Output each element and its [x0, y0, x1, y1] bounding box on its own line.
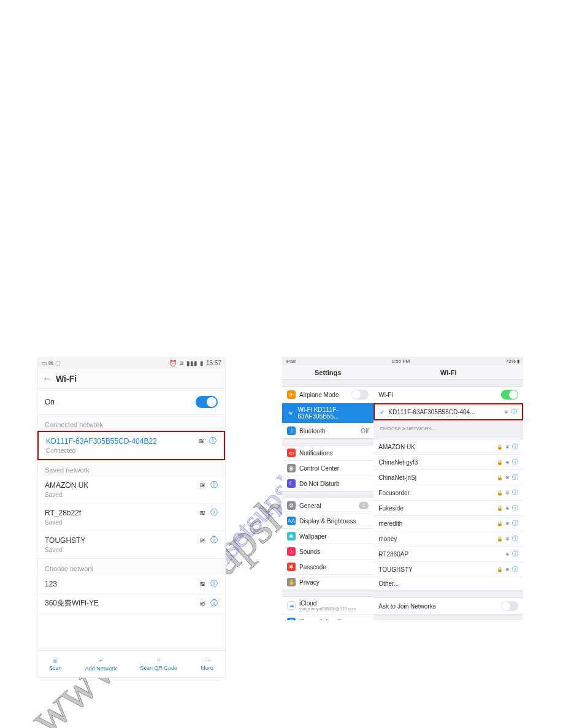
- checkmark-icon: ✓: [380, 409, 385, 415]
- wifi-toggle-row[interactable]: On: [37, 389, 225, 415]
- sidebar-item[interactable]: ✱Passcode: [282, 559, 373, 575]
- network-row[interactable]: ChinaNet-gyf3🔒≋ⓘ: [373, 455, 523, 470]
- scan-qr-button[interactable]: ⌗ Scan QR Code: [140, 657, 178, 671]
- wifi-signal-icon: ≋: [505, 460, 510, 465]
- wifi-signal-icon: ≋: [505, 506, 510, 511]
- sidebar-item[interactable]: ▭Notifications: [282, 446, 373, 461]
- ssid: TOUGHSTY: [378, 566, 412, 573]
- sidebar-item[interactable]: ❀Wallpaper: [282, 529, 373, 544]
- connected-network-row[interactable]: ✓ KD111F-63AF305B55CD-404... ≋ ⓘ: [373, 403, 523, 420]
- wifi-icon: ≋: [179, 360, 184, 366]
- sidebar-item[interactable]: ≋Wi-Fi KD111F-63AF305B55...: [282, 403, 373, 423]
- item-label: Airplane Mode: [299, 392, 339, 398]
- item-label: Bluetooth: [299, 428, 325, 434]
- lock-icon: 🔒: [497, 536, 503, 542]
- setting-icon: ☁: [287, 601, 296, 610]
- info-icon[interactable]: ⓘ: [209, 436, 216, 446]
- more-icon: ⋯: [204, 658, 210, 664]
- sidebar-item[interactable]: ☁iCloudyangxianyu888888@126.com: [282, 597, 373, 615]
- sidebar-item[interactable]: ᛒBluetoothOff: [282, 423, 373, 438]
- network-row[interactable]: 360免费WiFi-YE≋ⓘ: [37, 594, 225, 614]
- item-label: Sounds: [299, 548, 320, 555]
- setting-icon: AA: [287, 517, 296, 525]
- network-row[interactable]: Fukeside🔒≋ⓘ: [373, 501, 523, 516]
- info-icon[interactable]: ⓘ: [512, 550, 518, 558]
- info-icon[interactable]: ⓘ: [210, 598, 218, 609]
- info-icon[interactable]: ⓘ: [512, 519, 518, 528]
- network-row[interactable]: AMAZON UK≋ⓘSaved: [37, 476, 225, 504]
- info-icon[interactable]: ⓘ: [512, 473, 518, 482]
- setting-icon: ☾: [287, 479, 296, 488]
- info-icon[interactable]: ⓘ: [512, 488, 518, 497]
- info-icon[interactable]: ⓘ: [512, 442, 518, 451]
- more-button[interactable]: ⋯ More: [201, 658, 213, 671]
- ssid: AMAZON UK: [45, 481, 88, 490]
- item-label: Control Center: [299, 465, 339, 472]
- item-label: General: [299, 502, 321, 509]
- network-row[interactable]: meredith🔒≋ⓘ: [373, 516, 523, 531]
- qr-label: Scan QR Code: [140, 665, 178, 671]
- network-row[interactable]: TOUGHSTY🔒≋ⓘ: [373, 562, 523, 577]
- phone-header: ← Wi-Fi: [37, 368, 225, 389]
- sidebar-item[interactable]: AADisplay & Brightness: [282, 514, 373, 529]
- sidebar-item[interactable]: ✈Airplane Mode: [282, 387, 373, 403]
- ssid: Fukeside: [378, 505, 404, 512]
- info-icon[interactable]: ⓘ: [511, 408, 517, 416]
- connected-network-row[interactable]: KD111F-63AF305B55CD-404B22 ≋ ⓘ Connected: [37, 431, 225, 460]
- scan-button[interactable]: ◎ Scan: [49, 658, 62, 671]
- info-icon[interactable]: ⓘ: [512, 504, 518, 512]
- toggle-switch-off[interactable]: [501, 601, 518, 611]
- item-sublabel: yangxianyu888888@126.com: [299, 607, 356, 611]
- info-icon[interactable]: ⓘ: [210, 480, 218, 490]
- sidebar-item[interactable]: ♪Sounds: [282, 544, 373, 559]
- wifi-signal-icon: ≋: [199, 481, 205, 490]
- toggle-switch[interactable]: [196, 396, 218, 408]
- network-row[interactable]: Focusorder🔒≋ⓘ: [373, 485, 523, 501]
- signal-icon: ▮▮▮: [186, 360, 197, 366]
- add-network-button[interactable]: ＋ Add Network: [85, 656, 117, 672]
- toggle-switch-on[interactable]: [501, 390, 518, 400]
- network-row[interactable]: ChinaNet-jnSj🔒≋ⓘ: [373, 470, 523, 485]
- info-icon[interactable]: ⓘ: [210, 535, 218, 545]
- sidebar-item[interactable]: ⚙General1: [282, 498, 373, 514]
- item-label: Wi-Fi KD111F-63AF305B55...: [298, 406, 366, 420]
- info-icon[interactable]: ⓘ: [210, 578, 218, 589]
- network-row[interactable]: RT2860AP≋ⓘ: [373, 547, 523, 562]
- info-icon[interactable]: ⓘ: [210, 507, 218, 518]
- sidebar-item[interactable]: ✋Privacy: [282, 575, 373, 590]
- wifi-signal-icon: ≋: [199, 509, 205, 517]
- wifi-detail-pane: Wi-Fi Wi-Fi ✓ KD111F-63AF305B55CD-404...…: [373, 365, 523, 620]
- setting-icon: ᛒ: [287, 427, 296, 435]
- network-row[interactable]: TOUGHSTY≋ⓘSaved: [37, 531, 225, 559]
- ask-to-join-row[interactable]: Ask to Join Networks: [373, 598, 523, 615]
- network-row[interactable]: 123≋ⓘ: [37, 575, 225, 594]
- ssid: ChinaNet-jnSj: [378, 474, 416, 481]
- info-icon[interactable]: ⓘ: [512, 565, 518, 574]
- info-icon[interactable]: ⓘ: [512, 458, 518, 466]
- sidebar-item[interactable]: ⒶiTunes & App Store: [282, 615, 373, 620]
- status-left: iPad: [286, 358, 296, 364]
- wifi-signal-icon: ≋: [199, 580, 205, 588]
- connected-status: Connected: [46, 447, 216, 454]
- network-row[interactable]: RT_28b22f≋ⓘSaved: [37, 504, 225, 531]
- setting-icon: Ⓐ: [287, 618, 296, 620]
- ssid: TOUGHSTY: [45, 536, 85, 545]
- network-row[interactable]: money🔒≋ⓘ: [373, 531, 523, 547]
- wifi-signal-icon: ≋: [505, 552, 510, 557]
- wifi-on-label: On: [45, 398, 55, 406]
- ssid: RT2860AP: [378, 551, 408, 558]
- info-icon[interactable]: ⓘ: [512, 534, 518, 543]
- setting-icon: ◉: [287, 464, 296, 472]
- sidebar-item[interactable]: ◉Control Center: [282, 461, 373, 476]
- back-icon[interactable]: ←: [42, 373, 52, 384]
- sidebar-item[interactable]: ☾Do Not Disturb: [282, 476, 373, 491]
- status-sub: Saved: [45, 491, 218, 498]
- setting-icon: ▭: [287, 449, 296, 457]
- network-row[interactable]: AMAZON UK🔒≋ⓘ: [373, 439, 523, 455]
- wifi-signal-icon: ≋: [199, 599, 205, 608]
- wifi-toggle-row[interactable]: Wi-Fi: [373, 387, 523, 403]
- network-row[interactable]: Other...: [373, 577, 523, 591]
- item-label: Notifications: [299, 450, 332, 457]
- battery-icon: ▮: [200, 360, 204, 366]
- toggle-switch[interactable]: [351, 390, 369, 400]
